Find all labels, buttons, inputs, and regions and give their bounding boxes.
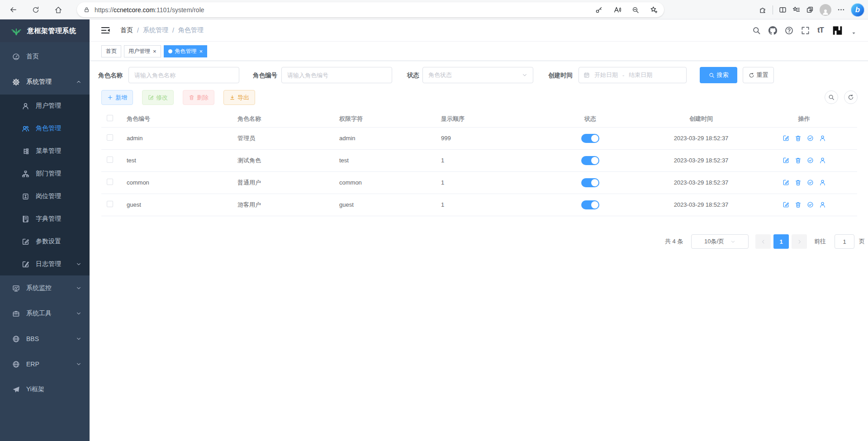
role-code-label: 角色编号 — [253, 71, 277, 80]
goto-page-input[interactable] — [835, 234, 854, 249]
browser-home-button[interactable] — [52, 3, 65, 17]
dashboard-icon — [12, 53, 20, 61]
bing-chat-icon[interactable]: b — [851, 3, 864, 17]
role-table: 角色编号 角色名称 权限字符 显示顺序 状态 创建时间 操作 admin 管理员… — [101, 111, 857, 216]
help-icon[interactable] — [785, 26, 793, 35]
delete-icon[interactable] — [795, 201, 802, 208]
browser-refresh-button[interactable] — [29, 3, 43, 17]
sidebar-item-home[interactable]: 首页 — [0, 44, 90, 69]
sidebar-collapse-icon[interactable] — [100, 25, 110, 35]
reset-button[interactable]: 重置 — [743, 67, 774, 83]
delete-icon[interactable] — [795, 179, 802, 186]
extensions-icon[interactable] — [759, 6, 767, 14]
edit-button[interactable]: 修改 — [142, 90, 174, 105]
cell-created: 2023-03-29 18:52:37 — [651, 194, 751, 216]
refresh-table-button[interactable] — [844, 90, 858, 104]
tab-user-mgmt[interactable]: 用户管理 × — [124, 45, 161, 57]
row-checkbox[interactable] — [107, 134, 113, 141]
status-toggle[interactable] — [581, 200, 599, 209]
read-aloud-icon[interactable] — [613, 6, 621, 14]
assign-user-icon[interactable] — [819, 157, 826, 164]
prev-page-button[interactable] — [755, 234, 771, 249]
address-bar[interactable]: https://ccnetcore.com:1101/system/role — [77, 2, 664, 17]
sidebar-item-label: BBS — [26, 335, 39, 342]
row-checkbox[interactable] — [107, 201, 113, 207]
browser-profile-avatar[interactable] — [820, 4, 831, 16]
sidebar-item-dict-mgmt[interactable]: 字典管理 — [0, 208, 90, 230]
favorites-icon[interactable] — [792, 6, 800, 14]
font-size-icon[interactable]: tT — [817, 26, 824, 35]
sidebar-item-menu-mgmt[interactable]: 菜单管理 — [0, 140, 90, 162]
data-permission-icon[interactable] — [807, 201, 814, 208]
sidebar-item-post-mgmt[interactable]: 岗位管理 — [0, 185, 90, 208]
sidebar-item-dept-mgmt[interactable]: 部门管理 — [0, 162, 90, 185]
browser-menu-icon[interactable] — [837, 6, 845, 14]
caret-down-icon[interactable] — [851, 31, 856, 36]
delete-icon[interactable] — [795, 135, 802, 142]
close-icon[interactable]: × — [153, 48, 157, 54]
delete-icon[interactable] — [795, 157, 802, 164]
tab-home[interactable]: 首页 — [101, 45, 121, 57]
assign-user-icon[interactable] — [819, 135, 826, 142]
row-checkbox[interactable] — [107, 179, 113, 185]
header-search-icon[interactable] — [752, 26, 761, 35]
split-screen-icon[interactable] — [779, 6, 787, 14]
sidebar-item-bbs[interactable]: BBS — [0, 326, 90, 351]
chevron-down-icon — [76, 336, 81, 341]
toggle-search-button[interactable] — [825, 90, 838, 104]
sidebar-item-erp[interactable]: ERP — [0, 351, 90, 377]
tab-role-mgmt[interactable]: 角色管理 × — [164, 45, 208, 57]
favorite-add-icon[interactable] — [650, 6, 658, 14]
edit-icon[interactable] — [783, 179, 789, 186]
data-permission-icon[interactable] — [807, 135, 814, 142]
fullscreen-icon[interactable] — [801, 26, 810, 35]
close-icon[interactable]: × — [199, 48, 203, 54]
sidebar-item-label: 参数设置 — [36, 237, 61, 246]
status-toggle[interactable] — [581, 178, 599, 187]
search-button[interactable]: 搜索 — [700, 67, 737, 83]
assign-user-icon[interactable] — [819, 179, 826, 186]
edit-icon[interactable] — [783, 135, 789, 142]
cell-role-code: admin — [120, 127, 231, 149]
sidebar-item-yi-framework[interactable]: Yi框架 — [0, 377, 90, 402]
end-date-placeholder[interactable]: 结束日期 — [629, 71, 652, 79]
user-avatar-logo[interactable] — [831, 24, 844, 37]
browser-back-button[interactable] — [6, 3, 20, 17]
password-key-icon[interactable] — [595, 6, 602, 14]
page-size-select[interactable]: 10条/页 — [691, 234, 749, 249]
url-text[interactable]: https://ccnetcore.com:1101/system/role — [95, 6, 204, 14]
status-toggle[interactable] — [581, 134, 599, 143]
edit-icon[interactable] — [783, 157, 789, 164]
data-permission-icon[interactable] — [807, 157, 814, 164]
sidebar-item-system-monitor[interactable]: 系统监控 — [0, 275, 90, 301]
sidebar-item-user-mgmt[interactable]: 用户管理 — [0, 95, 90, 117]
role-code-input[interactable] — [281, 67, 392, 83]
role-name-input[interactable] — [128, 67, 239, 83]
delete-button[interactable]: 删除 — [183, 90, 214, 105]
sidebar-item-log-mgmt[interactable]: 日志管理 — [0, 253, 90, 275]
start-date-placeholder[interactable]: 开始日期 — [594, 71, 618, 79]
status-select[interactable]: 角色状态 — [422, 67, 533, 83]
sidebar-item-param-settings[interactable]: 参数设置 — [0, 230, 90, 253]
next-page-button[interactable] — [792, 234, 807, 249]
app-logo[interactable]: 意框架管理系统 — [0, 19, 90, 42]
github-icon[interactable] — [768, 26, 777, 35]
breadcrumb-home[interactable]: 首页 — [120, 26, 133, 34]
status-toggle[interactable] — [581, 156, 599, 165]
sidebar-item-system-tools[interactable]: 系统工具 — [0, 301, 90, 326]
row-checkbox[interactable] — [107, 156, 113, 163]
sidebar-item-role-mgmt[interactable]: 角色管理 — [0, 117, 90, 140]
breadcrumb-system-mgmt[interactable]: 系统管理 — [143, 26, 168, 34]
zoom-out-icon[interactable] — [632, 6, 639, 14]
edit-icon[interactable] — [783, 201, 789, 208]
page-1-button[interactable]: 1 — [773, 234, 789, 249]
export-button[interactable]: 导出 — [223, 90, 255, 105]
assign-user-icon[interactable] — [819, 201, 826, 208]
collections-icon[interactable] — [806, 6, 814, 14]
data-permission-icon[interactable] — [807, 179, 814, 186]
lock-icon[interactable] — [83, 6, 90, 13]
select-all-checkbox[interactable] — [107, 115, 113, 121]
date-range-picker[interactable]: 开始日期 - 结束日期 — [579, 67, 687, 83]
add-button[interactable]: 新增 — [101, 90, 133, 105]
sidebar-item-system-mgmt[interactable]: 系统管理 — [0, 69, 90, 95]
